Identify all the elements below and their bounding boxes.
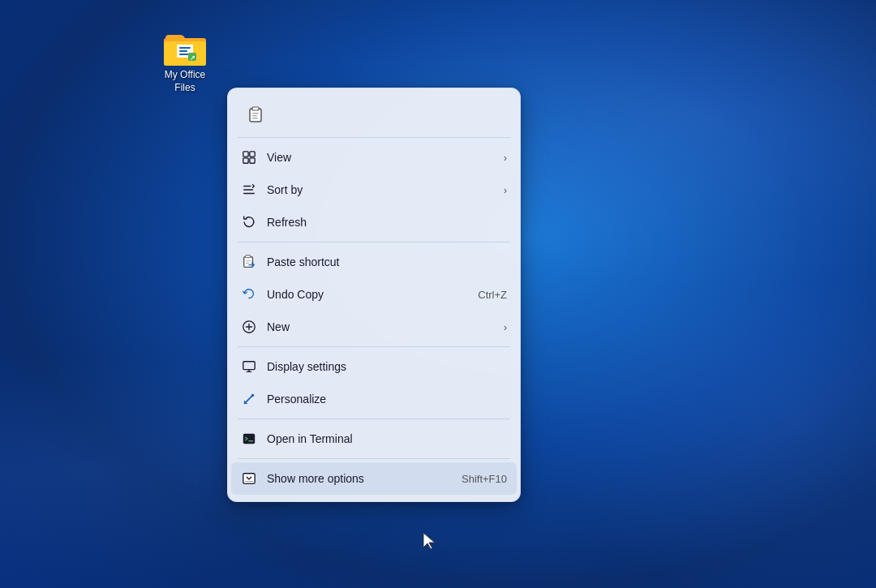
desktop-icon-my-office-files[interactable]: ↗ My Office Files [152, 30, 217, 94]
personalize-label: Personalize [267, 393, 507, 406]
svg-line-33 [245, 396, 252, 403]
menu-item-open-in-terminal[interactable]: Open in Terminal [228, 423, 520, 455]
svg-rect-16 [243, 158, 248, 163]
context-menu: View › Sort by › [227, 88, 521, 502]
svg-rect-14 [243, 152, 248, 157]
menu-item-sort-by[interactable]: Sort by › [228, 174, 520, 206]
svg-text:↗: ↗ [190, 54, 195, 62]
svg-rect-23 [246, 255, 251, 258]
divider4 [238, 458, 510, 459]
paste-shortcut-icon [241, 254, 257, 270]
paste-icon [247, 106, 264, 122]
personalize-icon [241, 391, 257, 407]
svg-rect-4 [179, 50, 187, 52]
menu-item-show-more-options[interactable]: Show more options Shift+F10 [231, 462, 517, 495]
svg-rect-10 [252, 107, 259, 110]
show-more-options-label: Show more options [267, 472, 455, 485]
svg-rect-30 [243, 362, 255, 370]
divider2 [238, 346, 510, 347]
divider3 [238, 418, 510, 419]
refresh-label: Refresh [267, 216, 507, 229]
menu-item-refresh[interactable]: Refresh [228, 206, 520, 238]
menu-item-view[interactable]: View › [228, 141, 520, 174]
new-arrow: › [504, 321, 507, 333]
svg-rect-17 [250, 158, 255, 163]
svg-rect-24 [246, 260, 251, 261]
menu-item-display-settings[interactable]: Display settings [228, 350, 520, 383]
sort-by-arrow: › [504, 184, 507, 196]
display-settings-label: Display settings [267, 360, 507, 373]
mouse-cursor [422, 531, 438, 551]
undo-copy-label: Undo Copy [267, 288, 471, 301]
paste-icon-button[interactable] [241, 100, 270, 129]
svg-rect-15 [250, 152, 255, 157]
sort-by-icon [241, 182, 257, 198]
sort-by-label: Sort by [267, 183, 497, 196]
folder-label: My Office Files [165, 69, 205, 94]
menu-item-undo-copy[interactable]: Undo Copy Ctrl+Z [228, 278, 520, 311]
undo-copy-icon [241, 286, 257, 303]
menu-item-paste-shortcut[interactable]: Paste shortcut [228, 246, 520, 278]
svg-rect-13 [252, 118, 258, 119]
new-label: New [267, 320, 497, 333]
undo-copy-shortcut: Ctrl+Z [478, 289, 507, 301]
paste-icon-row [228, 95, 520, 134]
svg-rect-3 [179, 47, 191, 49]
folder-icon: ↗ [164, 30, 206, 66]
new-icon [241, 319, 257, 335]
svg-rect-5 [179, 54, 189, 55]
svg-rect-22 [244, 257, 253, 268]
terminal-icon [241, 431, 257, 447]
view-arrow: › [504, 152, 507, 164]
svg-point-34 [251, 394, 255, 397]
refresh-icon [241, 214, 257, 230]
svg-rect-12 [252, 115, 257, 117]
svg-rect-25 [246, 263, 250, 264]
paste-shortcut-label: Paste shortcut [267, 255, 507, 268]
svg-rect-37 [243, 434, 255, 444]
show-more-options-shortcut: Shift+F10 [462, 473, 507, 485]
view-icon [241, 149, 257, 165]
svg-marker-41 [423, 533, 435, 549]
open-in-terminal-label: Open in Terminal [267, 432, 507, 445]
divider-after-paste-icon [238, 137, 510, 138]
menu-item-new[interactable]: New › [228, 311, 520, 343]
display-settings-icon [241, 358, 257, 375]
view-label: View [267, 151, 497, 164]
svg-rect-11 [252, 113, 259, 114]
divider1 [238, 242, 510, 242]
show-more-options-icon [241, 470, 257, 487]
menu-item-personalize[interactable]: Personalize [228, 383, 520, 415]
desktop: ↗ My Office Files [0, 0, 876, 588]
